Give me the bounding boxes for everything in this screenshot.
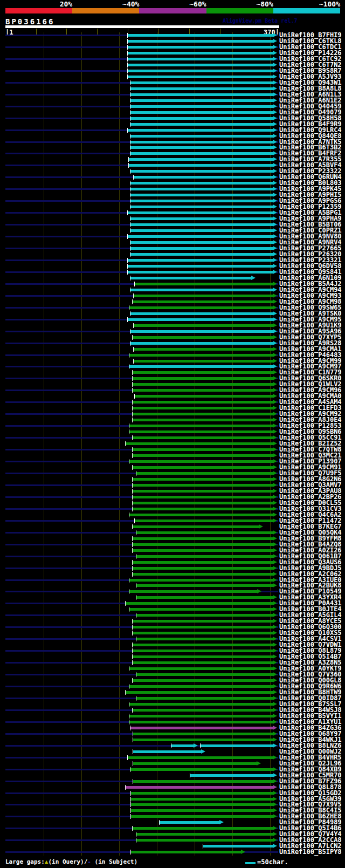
hit-bar[interactable] — [129, 685, 273, 688]
hit-bar[interactable] — [129, 703, 273, 706]
hit-bar[interactable] — [131, 851, 241, 853]
hit-label[interactable]: UniRef100_B5IPY8 — [279, 849, 342, 855]
hit-bar[interactable] — [130, 81, 273, 84]
hit-bar[interactable] — [133, 300, 273, 303]
hit-bar[interactable] — [129, 460, 273, 463]
hit-bar[interactable] — [190, 774, 273, 777]
hit-bar[interactable] — [126, 442, 273, 445]
hit-bar[interactable] — [133, 549, 273, 552]
hit-bar[interactable] — [130, 105, 273, 108]
hit-bar[interactable] — [134, 360, 273, 363]
hit-bar[interactable] — [134, 176, 273, 179]
hit-bar[interactable] — [130, 217, 273, 220]
hit-bar[interactable] — [128, 76, 273, 78]
hit-bar[interactable] — [133, 490, 273, 493]
hit-bar[interactable] — [130, 727, 273, 729]
hit-bar[interactable] — [130, 87, 273, 90]
hit-bar[interactable] — [129, 590, 257, 593]
hit-bar[interactable] — [171, 744, 194, 747]
hit-bar[interactable] — [135, 395, 273, 398]
hit-bar[interactable] — [130, 206, 273, 208]
hit-bar[interactable] — [136, 638, 273, 640]
hit-bar[interactable] — [130, 170, 273, 173]
hit-bar[interactable] — [134, 348, 273, 351]
hit-bar[interactable] — [130, 152, 273, 155]
hit-bar[interactable] — [134, 295, 273, 297]
hit-bar[interactable] — [128, 129, 273, 132]
hit-bar[interactable] — [129, 608, 273, 611]
hit-bar[interactable] — [130, 241, 273, 244]
hit-bar[interactable] — [203, 845, 273, 848]
hit-bar[interactable] — [128, 58, 273, 60]
hit-bar[interactable] — [136, 584, 273, 587]
hit-bar[interactable] — [130, 277, 252, 279]
hit-bar[interactable] — [136, 531, 273, 534]
hit-bar[interactable] — [136, 839, 273, 842]
hit-bar[interactable] — [136, 614, 273, 617]
hit-bar[interactable] — [133, 827, 273, 830]
hit-bar[interactable] — [133, 655, 273, 658]
hit-bar[interactable] — [133, 709, 273, 712]
hit-bar[interactable] — [133, 543, 273, 546]
hit-bar[interactable] — [130, 117, 273, 120]
hit-bar[interactable] — [131, 809, 273, 812]
hit-bar[interactable] — [128, 211, 273, 214]
hit-bar[interactable] — [128, 756, 273, 759]
hit-bar[interactable] — [136, 596, 273, 599]
hit-bar[interactable] — [129, 579, 273, 582]
hit-bar[interactable] — [129, 425, 273, 427]
hit-bar[interactable] — [130, 111, 273, 114]
hit-bar[interactable] — [130, 194, 273, 196]
hit-bar[interactable] — [129, 365, 273, 368]
hit-bar[interactable] — [133, 401, 273, 404]
hit-bar[interactable] — [129, 715, 273, 717]
hit-bar[interactable] — [133, 448, 273, 451]
hit-bar[interactable] — [133, 377, 273, 380]
hit-bar[interactable] — [130, 330, 273, 333]
hit-bar[interactable] — [129, 514, 273, 516]
hit-bar[interactable] — [130, 99, 273, 102]
hit-bar[interactable] — [130, 188, 273, 190]
hit-bar[interactable] — [133, 413, 273, 415]
hit-bar[interactable] — [136, 697, 273, 700]
hit-bar[interactable] — [133, 537, 273, 540]
hit-bar[interactable] — [130, 200, 273, 202]
hit-bar[interactable] — [133, 632, 273, 634]
hit-bar[interactable] — [133, 371, 273, 374]
hit-bar[interactable] — [130, 135, 273, 138]
hit-bar[interactable] — [129, 430, 273, 433]
hit-bar[interactable] — [128, 40, 273, 43]
hit-bar[interactable] — [133, 750, 201, 753]
hit-bar[interactable] — [129, 354, 273, 357]
hit-bar[interactable] — [133, 780, 273, 783]
hit-bar[interactable] — [133, 626, 273, 628]
hit-bar[interactable] — [128, 235, 273, 238]
hit-bar[interactable] — [201, 744, 273, 747]
hit-bar[interactable] — [133, 508, 273, 510]
hit-bar[interactable] — [130, 312, 273, 315]
hit-bar[interactable] — [133, 454, 273, 457]
hit-bar[interactable] — [133, 679, 273, 682]
hit-bar[interactable] — [126, 786, 273, 789]
hit-bar[interactable] — [130, 146, 273, 149]
hit-bar[interactable] — [129, 158, 273, 161]
hit-bar[interactable] — [133, 762, 257, 765]
hit-bar[interactable] — [128, 34, 273, 37]
hit-bar[interactable] — [133, 478, 273, 481]
hit-bar[interactable] — [133, 502, 273, 504]
hit-bar[interactable] — [133, 389, 273, 392]
hit-bar[interactable] — [130, 342, 273, 345]
hit-bar[interactable] — [130, 93, 273, 96]
hit-bar[interactable] — [133, 567, 273, 570]
hit-bar[interactable] — [129, 667, 273, 670]
hit-bar[interactable] — [133, 419, 273, 421]
hit-bar[interactable] — [160, 821, 219, 824]
hit-bar[interactable] — [130, 123, 273, 126]
hit-bar[interactable] — [130, 253, 273, 256]
hit-bar[interactable] — [133, 620, 273, 623]
hit-bar[interactable] — [129, 306, 273, 309]
hit-bar[interactable] — [128, 265, 273, 268]
hit-bar[interactable] — [136, 673, 273, 676]
hit-bar[interactable] — [136, 555, 273, 558]
hit-bar[interactable] — [133, 644, 273, 646]
